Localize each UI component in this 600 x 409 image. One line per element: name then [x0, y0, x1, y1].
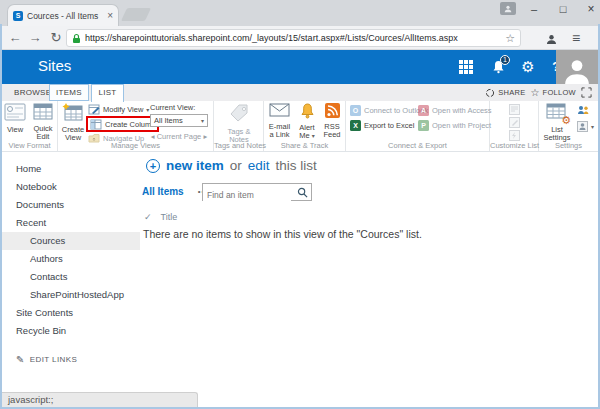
sidebar-item-authors[interactable]: Authors: [2, 250, 140, 268]
email-link-button[interactable]: E-mail a Link: [266, 103, 293, 139]
suite-bar: Sites 1 ⚙ ?: [2, 50, 598, 84]
site-title[interactable]: Sites: [38, 57, 71, 74]
sidebar-item-home[interactable]: Home: [2, 160, 140, 178]
plus-circle-icon[interactable]: +: [146, 159, 160, 173]
rss-icon: [325, 103, 340, 118]
pencil-icon: ✎: [16, 354, 25, 365]
dropdown-caret-icon: ▾: [312, 133, 315, 139]
shared-with-button[interactable]: [577, 105, 589, 115]
tab-close-icon[interactable]: ×: [107, 11, 113, 21]
dropdown-caret-icon: ▾: [591, 123, 594, 130]
workflow-settings-icon: [577, 121, 588, 132]
people-icon: [577, 105, 589, 115]
browser-toolbar: ← → ↻ https://sharepointtutorials.sharep…: [0, 26, 600, 50]
title-column-header[interactable]: Title: [161, 212, 178, 222]
profile-chip-icon[interactable]: [500, 2, 516, 15]
access-icon: A: [418, 105, 429, 116]
workflow-settings-button[interactable]: ▾: [577, 121, 594, 132]
alert-me-button[interactable]: Alert Me ▾: [295, 103, 319, 140]
view-icon: [4, 103, 26, 121]
form-web-parts-button[interactable]: [509, 104, 520, 115]
tab-browse[interactable]: BROWSE: [14, 84, 51, 101]
create-column-button[interactable]: Create Column: [86, 116, 159, 132]
close-button[interactable]: ×: [580, 0, 600, 18]
person-icon: [504, 5, 512, 13]
tab-items[interactable]: ITEMS: [49, 84, 89, 101]
search-icon[interactable]: [297, 187, 308, 198]
export-to-excel-button[interactable]: X Export to Excel: [350, 120, 414, 131]
next-page-icon[interactable]: ▸: [203, 132, 207, 141]
select-all-check-icon[interactable]: ✓: [144, 212, 152, 222]
find-item-searchbox: [202, 183, 312, 201]
user-avatar[interactable]: [556, 50, 598, 84]
browser-window: S Cources - All Items × – □ × ← → ↻ http…: [0, 0, 600, 409]
search-input[interactable]: [203, 187, 291, 203]
maximize-button[interactable]: □: [552, 0, 574, 18]
sidebar-item-contacts[interactable]: Contacts: [2, 268, 140, 286]
empty-list-message: There are no items to show in this view …: [143, 228, 422, 240]
ribbon-group-manage-views: Create View Modify View ▾ Create Column …: [58, 101, 214, 151]
ribbon-group-settings: ⚙ List Settings ▾ Settings: [539, 101, 598, 151]
list-view-content: + new item or edit this list All Items •…: [140, 152, 598, 392]
back-button[interactable]: ←: [6, 29, 24, 47]
sidebar-item-documents[interactable]: Documents: [2, 196, 140, 214]
current-view-dropdown[interactable]: All Items ▾: [150, 114, 208, 127]
sidebar-item-recycle-bin[interactable]: Recycle Bin: [2, 322, 140, 340]
ribbon: View Quick Edit View Format Create View …: [2, 101, 598, 152]
list-settings-icon: ⚙: [545, 103, 569, 123]
grid-icon: [459, 60, 473, 74]
settings-gear-icon[interactable]: ⚙: [514, 50, 542, 84]
quick-edit-icon: [33, 103, 53, 120]
edit-list-icon: [509, 117, 520, 128]
open-with-access-button[interactable]: A Open with Access: [418, 105, 492, 116]
view-button[interactable]: View: [2, 103, 28, 134]
alert-bell-icon: [300, 103, 315, 119]
focus-on-content-icon[interactable]: [581, 87, 592, 98]
tab-list[interactable]: LIST: [91, 84, 124, 102]
sidebar-item-cources[interactable]: Cources: [2, 232, 140, 250]
edit-list-button[interactable]: [509, 117, 520, 128]
sidebar-item-recent: Recent: [2, 214, 140, 232]
connect-to-outlook-button[interactable]: O Connect to Outlook: [350, 105, 428, 116]
browser-tab[interactable]: S Cources - All Items ×: [7, 4, 119, 26]
reload-button[interactable]: ↻: [47, 29, 65, 47]
notifications-bell-icon[interactable]: 1: [484, 50, 512, 84]
new-quick-step-button[interactable]: [509, 130, 520, 141]
ribbon-group-view-format: View Quick Edit View Format: [2, 101, 58, 151]
edit-links-button[interactable]: ✎ EDIT LINKS: [2, 354, 140, 365]
previous-page-icon[interactable]: ◂: [151, 132, 155, 141]
list-settings-button[interactable]: ⚙ List Settings: [542, 103, 572, 142]
forward-button[interactable]: →: [26, 29, 44, 47]
browser-tab-bar: S Cources - All Items × – □ ×: [0, 0, 600, 26]
sidebar-item-sharepointhostedapp[interactable]: SharePointHostedApp: [2, 286, 140, 304]
rss-feed-button[interactable]: RSS Feed: [320, 103, 344, 139]
chrome-profile-icon[interactable]: [546, 31, 557, 49]
person-icon: [563, 58, 591, 84]
sidebar-item-site-contents[interactable]: Site Contents: [2, 304, 140, 322]
quick-step-icon: [509, 130, 520, 141]
modify-view-button[interactable]: Modify View ▾: [88, 103, 149, 115]
page-navigation[interactable]: ◂ Current Page ▸: [148, 132, 210, 141]
sidebar-item-notebook[interactable]: Notebook: [2, 178, 140, 196]
new-tab-button[interactable]: [121, 8, 151, 21]
new-item-link[interactable]: new item: [166, 158, 224, 173]
bookmark-star-icon[interactable]: ☆: [505, 32, 515, 45]
view-all-items-link[interactable]: All Items: [142, 186, 184, 197]
follow-button[interactable]: ☆ FOLLOW: [531, 87, 576, 98]
app-launcher-icon[interactable]: [452, 50, 480, 84]
ribbon-group-customize-list: Customize List: [490, 101, 539, 151]
person-icon: [546, 34, 557, 45]
create-view-button[interactable]: Create View: [60, 103, 86, 142]
share-button[interactable]: SHARE: [485, 88, 525, 98]
minimize-button[interactable]: –: [523, 0, 545, 18]
chrome-menu-icon[interactable]: ≡: [572, 29, 580, 47]
https-lock-icon: [72, 33, 81, 44]
address-bar[interactable]: https://sharepointtutorials.sharepoint.c…: [66, 29, 521, 47]
open-with-project-button[interactable]: P Open with Project: [418, 120, 491, 131]
tags-notes-button[interactable]: Tags & Notes: [224, 103, 254, 144]
quick-edit-button[interactable]: Quick Edit: [30, 103, 56, 141]
tag-icon: [227, 103, 251, 123]
envelope-icon: [269, 103, 290, 118]
edit-list-link[interactable]: edit: [248, 158, 270, 173]
follow-star-icon: ☆: [531, 87, 540, 98]
